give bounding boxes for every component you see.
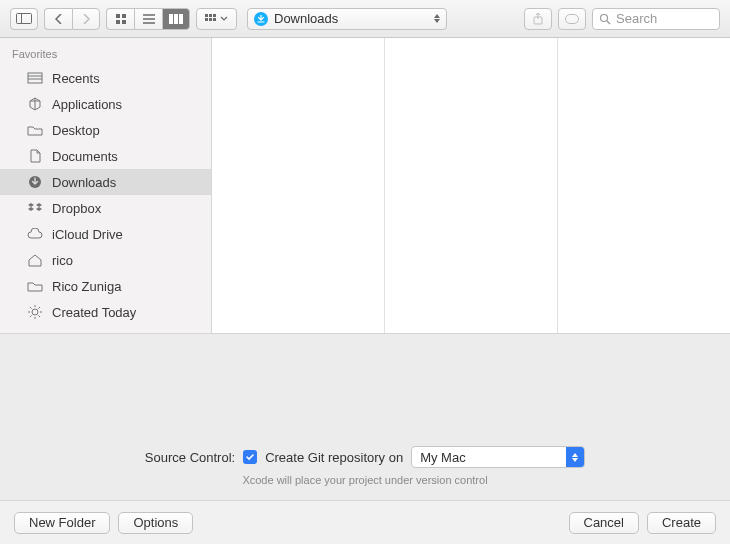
svg-rect-19 [566, 14, 579, 23]
sidebar: Favorites Recents Applications Desktop D… [0, 38, 212, 333]
options-panel: Source Control: Create Git repository on… [0, 334, 730, 500]
svg-rect-9 [169, 14, 173, 24]
sidebar-item-dropbox[interactable]: Dropbox [0, 195, 211, 221]
sidebar-item-label: Documents [52, 149, 118, 164]
git-location-value: My Mac [420, 450, 466, 465]
source-control-label: Source Control: [145, 450, 235, 465]
sidebar-item-label: Desktop [52, 123, 100, 138]
column-2[interactable] [385, 38, 558, 333]
path-popup[interactable]: Downloads [247, 8, 447, 30]
cancel-button[interactable]: Cancel [569, 512, 639, 534]
browser-body: Favorites Recents Applications Desktop D… [0, 38, 730, 334]
search-icon [599, 13, 611, 25]
sidebar-item-label: Applications [52, 97, 122, 112]
share-button[interactable] [524, 8, 552, 30]
column-view [212, 38, 730, 333]
apps-icon [26, 97, 44, 111]
new-folder-button[interactable]: New Folder [14, 512, 110, 534]
sidebar-item-icloud[interactable]: iCloud Drive [0, 221, 211, 247]
nav-back-forward [44, 8, 100, 30]
sidebar-item-desktop[interactable]: Desktop [0, 117, 211, 143]
svg-rect-16 [209, 18, 212, 21]
svg-rect-0 [17, 14, 32, 24]
cloud-icon [26, 228, 44, 240]
sidebar-item-downloads[interactable]: Downloads [0, 169, 211, 195]
svg-line-21 [607, 21, 610, 24]
svg-rect-13 [209, 14, 212, 17]
folder-icon [26, 280, 44, 292]
source-control-hint: Xcode will place your project under vers… [242, 474, 487, 486]
svg-rect-12 [205, 14, 208, 17]
search-placeholder: Search [616, 11, 657, 26]
svg-line-31 [30, 307, 32, 309]
tags-button[interactable] [558, 8, 586, 30]
dropbox-icon [26, 202, 44, 214]
svg-rect-2 [116, 14, 120, 18]
svg-rect-11 [179, 14, 183, 24]
sidebar-item-label: Rico Zuniga [52, 279, 121, 294]
view-mode-segment [106, 8, 190, 30]
back-button[interactable] [44, 8, 72, 30]
svg-rect-4 [116, 20, 120, 24]
gear-icon [26, 305, 44, 319]
view-list-button[interactable] [134, 8, 162, 30]
forward-button[interactable] [72, 8, 100, 30]
svg-rect-5 [122, 20, 126, 24]
grouping-button[interactable] [196, 8, 237, 30]
sidebar-item-label: Dropbox [52, 201, 101, 216]
sidebar-header: Favorites [0, 46, 211, 65]
path-label: Downloads [274, 11, 338, 26]
svg-rect-10 [174, 14, 178, 24]
svg-line-33 [30, 316, 32, 318]
column-3[interactable] [558, 38, 730, 333]
toolbar: Downloads Search [0, 0, 730, 38]
view-column-button[interactable] [162, 8, 190, 30]
options-button[interactable]: Options [118, 512, 193, 534]
document-icon [26, 149, 44, 163]
sidebar-item-applications[interactable]: Applications [0, 91, 211, 117]
sidebar-item-label: Downloads [52, 175, 116, 190]
svg-line-34 [39, 307, 41, 309]
sidebar-item-created-today[interactable]: Created Today [0, 299, 211, 325]
sidebar-item-documents[interactable]: Documents [0, 143, 211, 169]
sidebar-item-recents[interactable]: Recents [0, 65, 211, 91]
git-checkbox[interactable] [243, 450, 257, 464]
sidebar-item-rico[interactable]: rico [0, 247, 211, 273]
check-icon [245, 452, 255, 462]
search-field[interactable]: Search [592, 8, 720, 30]
recents-icon [26, 72, 44, 84]
home-icon [26, 254, 44, 267]
git-checkbox-label: Create Git repository on [265, 450, 403, 465]
column-1[interactable] [212, 38, 385, 333]
downloads-folder-icon [254, 12, 268, 26]
svg-rect-22 [28, 73, 42, 83]
view-icon-button[interactable] [106, 8, 134, 30]
svg-rect-14 [213, 14, 216, 17]
svg-rect-17 [213, 18, 216, 21]
sidebar-item-rico-zuniga[interactable]: Rico Zuniga [0, 273, 211, 299]
sidebar-item-label: Recents [52, 71, 100, 86]
svg-point-26 [32, 309, 38, 315]
svg-point-20 [601, 14, 608, 21]
svg-rect-15 [205, 18, 208, 21]
updown-icon [566, 447, 584, 467]
sidebar-item-label: rico [52, 253, 73, 268]
sidebar-toggle-button[interactable] [10, 8, 38, 30]
sidebar-item-label: Created Today [52, 305, 136, 320]
updown-icon [434, 14, 440, 23]
create-button[interactable]: Create [647, 512, 716, 534]
git-location-popup[interactable]: My Mac [411, 446, 585, 468]
download-icon [26, 175, 44, 189]
footer: New Folder Options Cancel Create [0, 500, 730, 544]
svg-rect-3 [122, 14, 126, 18]
sidebar-item-label: iCloud Drive [52, 227, 123, 242]
folder-icon [26, 124, 44, 136]
source-control-row: Source Control: Create Git repository on… [145, 446, 585, 468]
svg-line-32 [39, 316, 41, 318]
